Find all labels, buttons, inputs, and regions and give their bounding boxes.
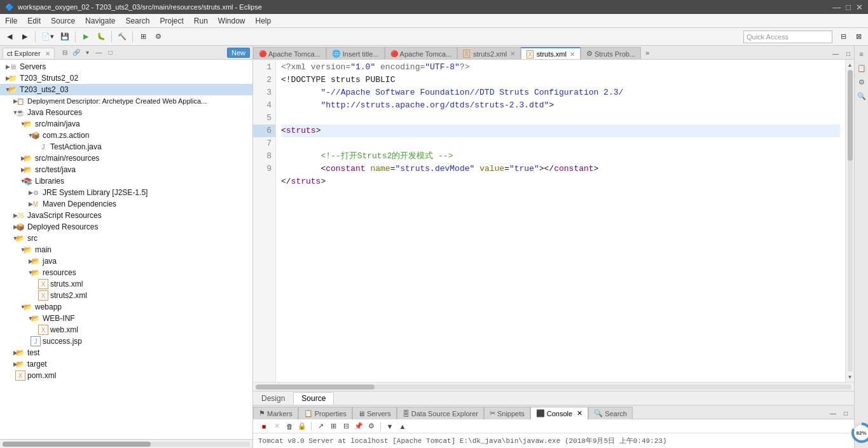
tab-ctrl-maximize[interactable]: □ (843, 48, 854, 59)
menu-run[interactable]: Run (189, 15, 213, 27)
rsidebar-btn-4[interactable]: 🔍 (856, 90, 867, 102)
console-btn-1[interactable]: ↗ (315, 421, 326, 432)
console-btn-3[interactable]: ⊟ (340, 421, 352, 432)
editor-scrollbar-horizontal[interactable] (253, 382, 854, 391)
console-btn-5[interactable]: ⚙ (366, 421, 377, 432)
maximize-button[interactable]: □ (846, 3, 851, 12)
close-button[interactable]: ✕ (856, 3, 863, 12)
tab-ctrl-minimize[interactable]: — (830, 48, 841, 59)
tab-markers[interactable]: ⚑ Markers (253, 407, 298, 419)
tree-item-struts2xml[interactable]: ▶ X struts2.xml (0, 290, 252, 301)
bottom-minimize-button[interactable]: — (827, 407, 839, 419)
back-button[interactable]: ◀ (3, 30, 17, 44)
console-btn-7[interactable]: ▲ (397, 421, 408, 432)
view-menu-icon[interactable]: ▾ (83, 48, 93, 58)
tab-struts2xml[interactable]: X struts2.xml ✕ (457, 47, 521, 60)
tab-close-strutsxml[interactable]: ✕ (570, 51, 575, 58)
tree-item-jsresources[interactable]: ▶ JS JavaScript Resources (0, 210, 252, 221)
tree-item-srcmainjava[interactable]: ▼ 📂 src/main/java (0, 118, 252, 130)
tab-strutsprob[interactable]: ⚙ Struts Prob... (581, 47, 641, 60)
tree-item-srctestjava[interactable]: ▶ 📂 src/test/java (0, 164, 252, 175)
console-btn-2[interactable]: ⊞ (327, 421, 339, 432)
quick-access-box[interactable]: Quick Access (743, 31, 832, 43)
code-editor[interactable]: <?xml version="1.0" encoding="UTF-8"?> <… (276, 60, 845, 382)
tree-item-test[interactable]: ▶ 📂 test (0, 347, 252, 358)
run-button[interactable]: ▶ (79, 30, 93, 44)
console-clear-button[interactable]: 🗑 (284, 421, 295, 432)
rsidebar-btn-2[interactable]: 📋 (856, 62, 867, 74)
tab-search[interactable]: 🔍 Search (588, 407, 633, 419)
tree-item-servers[interactable]: ▶ 🖥 Servers (0, 61, 252, 72)
tree-item-libraries[interactable]: ▼ 📚 Libraries (0, 175, 252, 187)
tab-inserttitle[interactable]: 🌐 Insert title... (326, 47, 385, 60)
tab-servers[interactable]: 🖥 Servers (352, 407, 397, 419)
save-button[interactable]: 💾 (58, 30, 72, 44)
tree-item-jre[interactable]: ▶ ⚙ JRE System Library [J2SE-1.5] (0, 187, 252, 198)
tab-source[interactable]: Source (293, 392, 334, 405)
tab-tomcat1[interactable]: 🔴 Apache Tomca... (253, 47, 326, 60)
scroll-up-button[interactable]: ▲ (846, 61, 854, 69)
tree-item-mavendeps[interactable]: ▶ M Maven Dependencies (0, 198, 252, 210)
scroll-down-button[interactable]: ▼ (846, 373, 854, 381)
new-button-explorer[interactable]: New (227, 48, 250, 58)
tab-properties[interactable]: 📋 Properties (298, 407, 352, 419)
menu-project[interactable]: Project (155, 15, 188, 27)
tree-item-java[interactable]: ▶ 📂 java (0, 255, 252, 267)
console-scroll-lock[interactable]: 🔒 (296, 421, 308, 432)
menu-edit[interactable]: Edit (22, 15, 46, 27)
console-btn-6[interactable]: ▼ (384, 421, 396, 432)
tree-item-successjsp[interactable]: ▶ J success.jsp (0, 336, 252, 347)
tree-item-webxml[interactable]: ▶ X web.xml (0, 324, 252, 336)
menu-source[interactable]: Source (46, 15, 80, 27)
toolbar-btn-5[interactable]: ⚙ (151, 30, 165, 44)
tree-item-t203u203[interactable]: ▼ 📂 T203_uts2_03 (0, 84, 252, 95)
debug-button[interactable]: 🐛 (94, 30, 108, 44)
menu-search[interactable]: Search (120, 15, 155, 27)
tree-item-testaction[interactable]: ▶ J TestAction.java (0, 141, 252, 153)
menu-file[interactable]: File (0, 15, 22, 27)
tree-item-deployedresources[interactable]: ▶ 📦 Deployed Resources (0, 221, 252, 233)
tree-item-deployment[interactable]: ▶ 📋 Deployment Descriptor: Archetype Cre… (0, 95, 252, 107)
maximize-panel-icon[interactable]: □ (106, 48, 116, 58)
tab-tomcat2[interactable]: 🔴 Apache Tomca... (385, 47, 458, 60)
collapse-all-icon[interactable]: ⊟ (60, 48, 70, 58)
tree-item-javaresources[interactable]: ▼ ☕ Java Resources (0, 107, 252, 118)
tree-item-t203s202[interactable]: ▶ 📁 T203_Struts2_02 (0, 72, 252, 84)
tree-item-main[interactable]: ▼ 📂 main (0, 244, 252, 255)
minimize-panel-icon[interactable]: — (94, 48, 104, 58)
tree-item-strutsxml[interactable]: ▶ X struts.xml (0, 278, 252, 290)
tree-item-comzsaction[interactable]: ▼ 📦 com.zs.action (0, 130, 252, 141)
scroll-track[interactable] (848, 70, 853, 372)
perspective-button[interactable]: ⊞ (136, 30, 150, 44)
tree-item-webapp[interactable]: ▼ 📂 webapp (0, 301, 252, 313)
menu-help[interactable]: Help (251, 15, 277, 27)
tab-console[interactable]: ⬛ Console ✕ (530, 407, 588, 419)
tree-item-pomxml[interactable]: ▶ X pom.xml (0, 370, 252, 381)
console-btn-4[interactable]: 📌 (353, 421, 364, 432)
layout-button-1[interactable]: ⊟ (836, 30, 850, 44)
bottom-maximize-button[interactable]: □ (840, 407, 851, 419)
link-editor-icon[interactable]: 🔗 (71, 48, 81, 58)
tab-snippets[interactable]: ✂ Snippets (484, 407, 530, 419)
tree-item-srcmainresources[interactable]: ▶ 📂 src/main/resources (0, 153, 252, 164)
tree-item-target[interactable]: ▶ 📂 target (0, 358, 252, 370)
build-button[interactable]: 🔨 (115, 30, 129, 44)
menu-window[interactable]: Window (213, 15, 251, 27)
editor-scrollbar-vertical[interactable]: ▲ ▼ (845, 60, 854, 382)
new-button[interactable]: 📄▾ (39, 30, 57, 44)
tree-item-webinf[interactable]: ▼ 📂 WEB-INF (0, 313, 252, 324)
tab-close-struts2xml[interactable]: ✕ (510, 50, 515, 57)
left-scrollbar[interactable] (0, 439, 252, 448)
console-terminate-button[interactable]: ■ (258, 421, 270, 432)
layout-button-2[interactable]: ⊠ (851, 30, 865, 44)
tab-design[interactable]: Design (253, 392, 293, 404)
explorer-tab[interactable]: ct Explorer ✕ (3, 48, 55, 58)
tree-item-src[interactable]: ▼ 📂 src (0, 233, 252, 244)
rsidebar-btn-3[interactable]: ⚙ (856, 76, 867, 88)
forward-button[interactable]: ▶ (18, 30, 32, 44)
rsidebar-btn-1[interactable]: ≡ (856, 48, 867, 60)
tab-datasource[interactable]: 🗄 Data Source Explorer (397, 407, 484, 419)
tab-strutsxml[interactable]: X struts.xml ✕ (521, 47, 581, 60)
menu-navigate[interactable]: Navigate (80, 15, 120, 27)
tab-close-console[interactable]: ✕ (577, 409, 582, 417)
